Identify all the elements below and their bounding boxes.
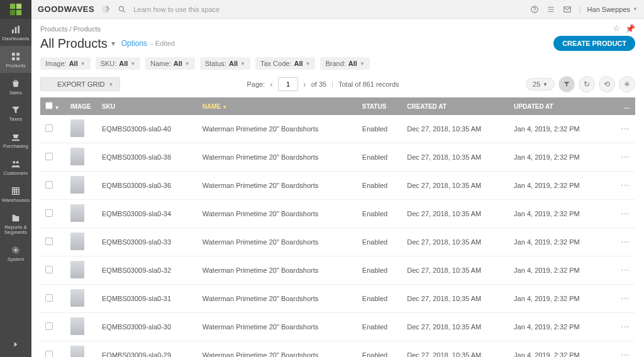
user-menu[interactable]: Han Sweppes▼ [587, 6, 638, 13]
mail-icon[interactable] [562, 4, 572, 14]
svg-rect-4 [12, 30, 14, 33]
row-checkbox[interactable] [45, 294, 53, 302]
edited-label: - Edited [151, 40, 175, 47]
row-actions[interactable]: ⋯ [616, 256, 635, 285]
menu-icon[interactable] [546, 4, 556, 14]
col-image[interactable]: IMAGE [65, 97, 97, 115]
title-dropdown[interactable]: ▾ [111, 39, 115, 48]
refresh-button[interactable]: ↻ [579, 76, 595, 92]
product-thumbnail [70, 317, 84, 335]
row-actions[interactable]: ⋯ [616, 115, 635, 143]
row-actions[interactable]: ⋯ [616, 228, 635, 256]
sidebar-item-label: Sales [9, 91, 22, 96]
row-checkbox[interactable] [45, 266, 53, 273]
row-actions[interactable]: ⋯ [616, 285, 635, 313]
filter-name[interactable]: Name: All ▼ [145, 57, 194, 70]
sales-icon [9, 78, 22, 89]
brand: GOODWAVES [38, 4, 94, 14]
table-row[interactable]: EQMBS03009-sla0-32Waterman Primetime 20"… [40, 256, 635, 285]
row-actions[interactable]: ⋯ [616, 172, 635, 200]
col-...[interactable]: … [616, 97, 635, 115]
per-page-select[interactable]: 25▼ [526, 78, 555, 91]
cell-status: Enabled [357, 313, 402, 341]
reset-button[interactable]: ⟲ [599, 76, 615, 92]
svg-rect-2 [10, 10, 15, 15]
select-all-checkbox[interactable] [45, 102, 53, 109]
cell-name: Waterman Primetime 20" Boardshorts [197, 115, 357, 143]
col-actions[interactable]: ▼ [40, 97, 65, 115]
cell-updated: Jan 4, 2019, 2:32 PM [509, 285, 616, 313]
reports-icon [9, 212, 22, 224]
filter-tax-code[interactable]: Tax Code: All ▼ [255, 57, 316, 70]
table-row[interactable]: EQMBS03009-sla0-29Waterman Primetime 20"… [40, 341, 635, 358]
filter-toggle[interactable] [558, 76, 575, 92]
cell-updated: Jan 4, 2019, 2:32 PM [509, 200, 616, 228]
product-thumbnail [70, 261, 84, 278]
sidebar-item-customers[interactable]: Customers [0, 153, 31, 180]
cell-name: Waterman Primetime 20" Boardshorts [197, 256, 357, 285]
customers-icon [9, 158, 22, 170]
svg-rect-8 [16, 53, 19, 56]
row-actions[interactable]: ⋯ [616, 341, 635, 358]
table-row[interactable]: EQMBS03009-sla0-31Waterman Primetime 20"… [40, 285, 635, 313]
table-row[interactable]: EQMBS03009-sla0-33Waterman Primetime 20"… [40, 228, 635, 256]
col-name[interactable]: NAME▼ [197, 97, 357, 115]
settings-button[interactable] [619, 76, 635, 92]
sidebar-item-system[interactable]: System [0, 239, 31, 266]
col-created-at[interactable]: CREATED AT [402, 97, 509, 115]
create-product-button[interactable]: CREATE PRODUCT [553, 36, 635, 51]
table-row[interactable]: EQMBS03009-sla0-36Waterman Primetime 20"… [40, 172, 635, 200]
sidebar-item-taxes[interactable]: Taxes [0, 99, 31, 126]
cell-name: Waterman Primetime 20" Boardshorts [197, 200, 357, 228]
col-sku[interactable]: SKU [97, 97, 197, 115]
next-page[interactable]: › [303, 79, 306, 89]
row-actions[interactable]: ⋯ [616, 313, 635, 341]
export-grid-button[interactable]: EXPORT GRID ▼ [40, 77, 120, 91]
dashboard-icon [9, 24, 22, 35]
svg-rect-1 [16, 4, 21, 9]
filter-status[interactable]: Status: All ▼ [200, 57, 250, 70]
products-icon [9, 51, 22, 62]
svg-point-12 [16, 161, 19, 163]
row-checkbox[interactable] [45, 238, 53, 245]
page-input[interactable] [278, 77, 298, 91]
star-icon[interactable]: ☆ [613, 24, 620, 33]
sidebar-item-sales[interactable]: Sales [0, 73, 31, 100]
prev-page[interactable]: ‹ [270, 79, 273, 89]
share-icon[interactable] [101, 4, 111, 14]
table-row[interactable]: EQMBS03009-sla0-38Waterman Primetime 20"… [40, 143, 635, 172]
row-actions[interactable]: ⋯ [616, 143, 635, 172]
options-link[interactable]: Options [121, 39, 147, 48]
table-row[interactable]: EQMBS03009-sla0-40Waterman Primetime 20"… [40, 115, 635, 143]
cell-created: Dec 27, 2018, 10:35 AM [402, 228, 509, 256]
sidebar-collapse[interactable] [0, 332, 31, 357]
sidebar-item-reports[interactable]: Reports & Segments [0, 207, 31, 240]
row-checkbox[interactable] [45, 351, 53, 357]
row-checkbox[interactable] [45, 153, 53, 160]
cell-created: Dec 27, 2018, 10:35 AM [402, 115, 509, 143]
app-logo[interactable] [0, 0, 31, 19]
pin-icon[interactable]: 📌 [625, 24, 635, 33]
sidebar-item-products[interactable]: Products [0, 46, 31, 73]
filter-brand[interactable]: Brand: All ▼ [320, 57, 369, 70]
table-row[interactable]: EQMBS03009-sla0-30Waterman Primetime 20"… [40, 313, 635, 341]
sidebar-item-dashboard[interactable]: Dashboards [0, 19, 31, 46]
row-actions[interactable]: ⋯ [616, 200, 635, 228]
breadcrumb[interactable]: Products / Products [40, 25, 101, 33]
row-checkbox[interactable] [45, 322, 53, 330]
row-checkbox[interactable] [45, 181, 53, 189]
sidebar-item-purchasing[interactable]: Purchasing [0, 126, 31, 153]
col-status[interactable]: STATUS [357, 97, 402, 115]
svg-rect-10 [16, 57, 19, 60]
help-icon[interactable] [530, 4, 540, 14]
sidebar-item-label: Taxes [9, 117, 23, 123]
filter-sku[interactable]: SKU: All ▼ [96, 57, 141, 70]
row-checkbox[interactable] [45, 209, 53, 217]
filter-image[interactable]: Image: All ▼ [40, 57, 91, 70]
search-icon[interactable] [117, 4, 127, 14]
product-thumbnail [70, 176, 84, 194]
sidebar-item-warehouses[interactable]: Warehouses [0, 180, 31, 207]
row-checkbox[interactable] [45, 124, 53, 132]
col-updated-at[interactable]: UPDATED AT [509, 97, 616, 115]
table-row[interactable]: EQMBS03009-sla0-34Waterman Primetime 20"… [40, 200, 635, 228]
